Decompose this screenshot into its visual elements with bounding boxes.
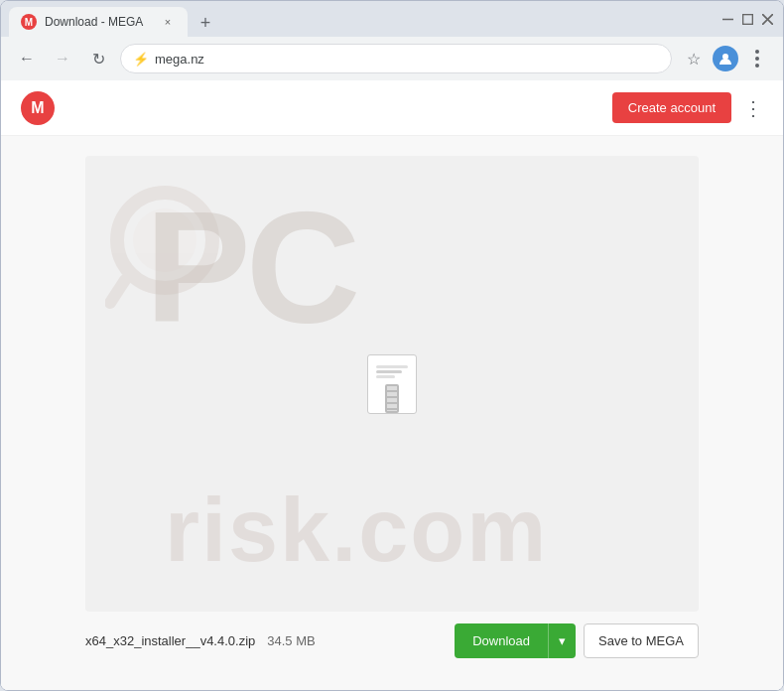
svg-point-6: [133, 208, 196, 272]
address-security-icon: ⚡: [133, 52, 149, 67]
file-name: x64_x32_installer__v4.4.0.zip: [85, 633, 255, 648]
file-info: x64_x32_installer__v4.4.0.zip 34.5 MB: [85, 633, 443, 648]
risk-watermark-text: risk.com: [165, 480, 548, 582]
mega-header-right: Create account ⋮: [612, 92, 763, 123]
file-size: 34.5 MB: [267, 633, 315, 648]
zip-line-1: [376, 365, 408, 368]
pc-watermark-text: PC: [145, 176, 355, 358]
navbar: ← → ↻ ⚡ mega.nz ☆: [1, 37, 783, 80]
create-account-button[interactable]: Create account: [612, 92, 731, 123]
chrome-menu-icon: [755, 50, 759, 68]
zip-icon-lines: [368, 355, 416, 382]
download-dropdown-button[interactable]: ▾: [548, 623, 576, 658]
zip-line-3: [376, 375, 395, 378]
zip-file-icon: [367, 354, 417, 414]
active-tab[interactable]: M Download - MEGA ×: [9, 7, 188, 37]
chrome-menu-button[interactable]: [743, 45, 771, 72]
file-preview-container: PC risk.com: [85, 156, 699, 612]
profile-avatar: [713, 46, 738, 71]
download-dropdown-icon: ▾: [559, 633, 566, 648]
tab-title: Download - MEGA: [45, 15, 152, 29]
reload-icon: ↻: [92, 50, 105, 69]
bottom-file-bar: x64_x32_installer__v4.4.0.zip 34.5 MB Do…: [85, 612, 699, 670]
zip-line-2: [376, 370, 402, 373]
browser-window: M Download - MEGA × + ← →: [0, 0, 784, 691]
mega-logo-label: M: [31, 99, 44, 117]
mega-logo[interactable]: M: [21, 91, 55, 125]
address-bar[interactable]: ⚡ mega.nz: [120, 44, 672, 73]
bookmark-icon: ☆: [687, 50, 701, 69]
close-window-button[interactable]: [759, 11, 775, 27]
save-to-mega-button[interactable]: Save to MEGA: [584, 623, 699, 658]
minimize-button[interactable]: [719, 11, 735, 27]
window-controls: [719, 11, 775, 27]
magnifier-watermark-icon: [105, 186, 224, 315]
nav-icons-right: ☆: [680, 45, 771, 72]
new-tab-button[interactable]: +: [192, 9, 219, 37]
svg-point-5: [117, 193, 212, 288]
back-button[interactable]: ←: [13, 45, 41, 72]
main-content-area: PC risk.com x: [1, 136, 783, 690]
address-text: mega.nz: [155, 52, 659, 67]
forward-button[interactable]: →: [49, 45, 76, 72]
tab-favicon: M: [21, 14, 37, 30]
zip-zipper: [385, 384, 399, 413]
mega-header: M Create account ⋮: [1, 80, 783, 136]
back-icon: ←: [19, 50, 35, 68]
bottom-actions: Download ▾ Save to MEGA: [455, 623, 699, 658]
bookmark-button[interactable]: ☆: [680, 45, 708, 72]
reload-button[interactable]: ↻: [84, 45, 112, 72]
tab-close-button[interactable]: ×: [160, 14, 176, 30]
tab-favicon-label: M: [25, 17, 33, 28]
profile-button[interactable]: [712, 45, 739, 72]
svg-rect-1: [742, 14, 752, 24]
page-content: M Create account ⋮: [1, 80, 783, 690]
title-bar: M Download - MEGA × +: [1, 1, 783, 37]
forward-icon: →: [55, 50, 70, 68]
download-button[interactable]: Download: [455, 623, 548, 658]
maximize-button[interactable]: [739, 11, 755, 27]
tab-area: M Download - MEGA × +: [9, 1, 712, 37]
mega-menu-button[interactable]: ⋮: [743, 96, 763, 120]
